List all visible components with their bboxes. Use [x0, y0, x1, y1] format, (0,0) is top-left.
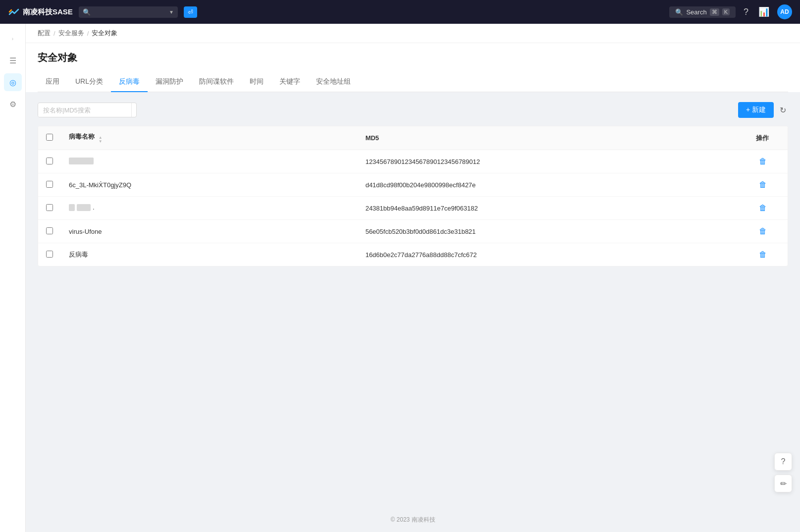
tab-keyword[interactable]: 关键字 — [271, 72, 308, 92]
settings-icon: ⚙ — [9, 100, 16, 109]
stats-icon-btn[interactable]: 📊 — [756, 4, 771, 19]
data-table: 病毒名称 ▲▼ MD5 操作 — [38, 126, 788, 266]
select-all-checkbox[interactable] — [46, 134, 53, 141]
float-edit-btn[interactable]: ✏ — [774, 475, 792, 492]
nav-dropdown-icon: ▼ — [169, 9, 174, 15]
nav-search-box[interactable]: 🔍 ▼ — [79, 6, 178, 18]
td-md5-3: 24381bb94e8aa59d8911e7ce9f063182 — [358, 197, 748, 220]
th-virus-name: 病毒名称 ▲▼ — [61, 126, 358, 150]
breadcrumb: 配置 / 安全服务 / 安全对象 — [26, 24, 800, 43]
new-button[interactable]: + 新建 — [738, 102, 774, 118]
global-search-button[interactable]: 🔍 Search ⌘ K — [669, 6, 736, 18]
data-table-wrap: 病毒名称 ▲▼ MD5 操作 — [38, 126, 788, 266]
brand-logo-area: 南凌科技SASE — [8, 6, 73, 18]
td-ops-2: 🗑 — [748, 173, 788, 197]
td-name-3: . — [61, 197, 358, 220]
search-submit-btn[interactable]: 🔍 — [131, 103, 137, 117]
layout: › ☰ ◎ ⚙ 配置 / 安全服务 / 安全对象 安全对象 应用 URL分类 反 — [0, 24, 800, 532]
row-checkbox-4[interactable] — [46, 227, 53, 234]
breadcrumb-current: 安全对象 — [92, 29, 117, 38]
refresh-button[interactable]: ↻ — [778, 104, 788, 117]
tab-antivirus[interactable]: 反病毒 — [111, 72, 148, 92]
td-check-4 — [38, 220, 61, 243]
table-row: 12345678901234567890123456789012 🗑 — [38, 150, 788, 173]
tab-spyware[interactable]: 防间谍软件 — [191, 72, 242, 92]
help-circle-icon: ? — [781, 457, 786, 466]
row-checkbox-2[interactable] — [46, 181, 53, 188]
td-check-1 — [38, 150, 61, 173]
page-header: 安全对象 应用 URL分类 反病毒 漏洞防护 防间谍软件 时间 关键字 安全地址… — [26, 43, 800, 92]
table-body: 12345678901234567890123456789012 🗑 6c_3L… — [38, 150, 788, 266]
toolbar: 🔍 + 新建 ↻ — [38, 102, 788, 118]
search-icon: 🔍 — [675, 8, 683, 16]
menu-icon: ☰ — [9, 56, 16, 65]
edit-icon: ✏ — [780, 479, 787, 488]
float-help-btn[interactable]: ? — [774, 453, 792, 471]
name-chip-3: . — [69, 204, 95, 211]
sidebar-item-menu[interactable]: ☰ — [4, 52, 22, 69]
toolbar-right: + 新建 ↻ — [738, 102, 788, 118]
kbd-cmd: ⌘ — [710, 8, 719, 16]
breadcrumb-sep-1: / — [53, 30, 55, 37]
nav-search-submit[interactable]: ⏎ — [184, 6, 197, 18]
table-row: 反病毒 16d6b0e2c77da2776a88dd88c7cfc672 🗑 — [38, 243, 788, 266]
delete-btn-1[interactable]: 🗑 — [756, 156, 770, 167]
sidebar-item-target[interactable]: ◎ — [4, 73, 22, 91]
name-dot-3: . — [93, 204, 95, 211]
redacted-block-3b — [77, 204, 91, 211]
td-md5-2: d41d8cd98f00b204e9800998ecf8427e — [358, 173, 748, 197]
delete-btn-4[interactable]: 🗑 — [756, 226, 770, 237]
th-select-all — [38, 126, 61, 150]
content-area: 🔍 + 新建 ↻ 病毒名称 — [26, 92, 800, 508]
sidebar-item-settings[interactable]: ⚙ — [4, 95, 22, 113]
user-avatar[interactable]: AD — [777, 4, 792, 19]
tab-time[interactable]: 时间 — [242, 72, 271, 92]
td-md5-1: 12345678901234567890123456789012 — [358, 150, 748, 173]
footer-text: © 2023 南凌科技 — [390, 516, 435, 523]
tab-app[interactable]: 应用 — [38, 72, 67, 92]
sort-icon-name[interactable]: ▲▼ — [99, 136, 103, 144]
breadcrumb-security-service[interactable]: 安全服务 — [58, 29, 84, 38]
topnav: 南凌科技SASE 🔍 ▼ ⏎ 🔍 Search ⌘ K ? 📊 AD — [0, 0, 800, 24]
search-field[interactable]: 🔍 — [38, 103, 137, 117]
td-name-1 — [61, 150, 358, 173]
brand-icon — [8, 6, 20, 18]
delete-btn-2[interactable]: 🗑 — [756, 179, 770, 190]
td-ops-3: 🗑 — [748, 197, 788, 220]
tab-security-group[interactable]: 安全地址组 — [308, 72, 359, 92]
breadcrumb-sep-2: / — [87, 30, 89, 37]
tab-url[interactable]: URL分类 — [67, 72, 111, 92]
table-row: virus-Ufone 56e05fcb520b3bf0d0d861dc3e31… — [38, 220, 788, 243]
target-icon: ◎ — [9, 78, 16, 87]
td-check-5 — [38, 243, 61, 266]
redacted-block-3a — [69, 204, 75, 211]
brand-name: 南凌科技SASE — [23, 7, 73, 17]
table-row: . 24381bb94e8aa59d8911e7ce9f063182 🗑 — [38, 197, 788, 220]
td-md5-5: 16d6b0e2c77da2776a88dd88c7cfc672 — [358, 243, 748, 266]
td-name-5: 反病毒 — [61, 243, 358, 266]
delete-btn-3[interactable]: 🗑 — [756, 203, 770, 213]
td-check-3 — [38, 197, 61, 220]
td-ops-4: 🗑 — [748, 220, 788, 243]
redacted-block-1a — [69, 158, 94, 164]
th-md5: MD5 — [358, 126, 748, 150]
help-icon-btn[interactable]: ? — [742, 5, 750, 19]
td-md5-4: 56e05fcb520b3bf0d0d861dc3e31b821 — [358, 220, 748, 243]
page-title: 安全对象 — [38, 51, 788, 64]
tab-bar: 应用 URL分类 反病毒 漏洞防护 防间谍软件 时间 关键字 安全地址组 — [38, 72, 788, 92]
tab-vuln[interactable]: 漏洞防护 — [148, 72, 191, 92]
row-checkbox-3[interactable] — [46, 204, 53, 211]
sidebar-toggle[interactable]: › — [9, 30, 17, 48]
td-name-2: 6c_3L-MkiX̀T0gjyZ9Q — [61, 173, 358, 197]
row-checkbox-1[interactable] — [46, 158, 53, 164]
breadcrumb-config[interactable]: 配置 — [38, 29, 51, 38]
delete-btn-5[interactable]: 🗑 — [756, 249, 770, 260]
row-checkbox-5[interactable] — [46, 251, 53, 258]
search-input[interactable] — [38, 104, 131, 117]
sidebar: › ☰ ◎ ⚙ — [0, 24, 26, 532]
nav-search-icon: 🔍 — [83, 8, 91, 16]
nav-search-input[interactable] — [94, 8, 166, 16]
float-btns: ? ✏ — [774, 453, 792, 492]
td-ops-5: 🗑 — [748, 243, 788, 266]
footer: © 2023 南凌科技 — [26, 508, 800, 532]
